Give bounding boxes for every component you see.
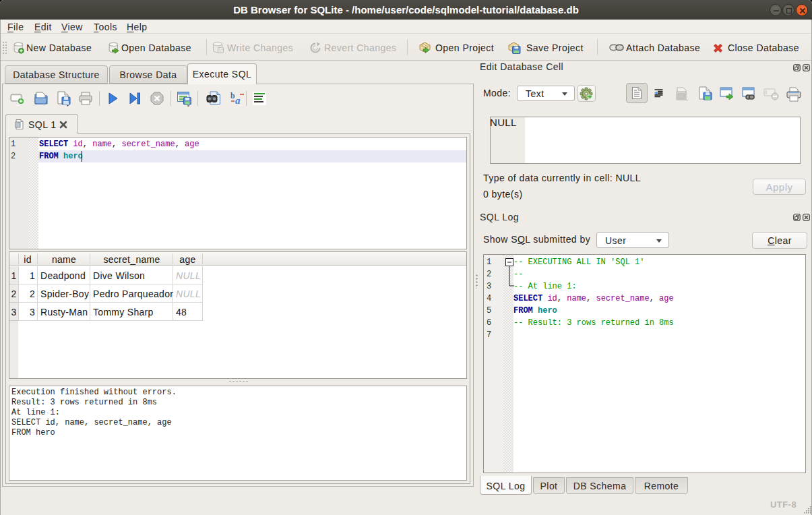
svg-text:a: a — [235, 95, 241, 106]
